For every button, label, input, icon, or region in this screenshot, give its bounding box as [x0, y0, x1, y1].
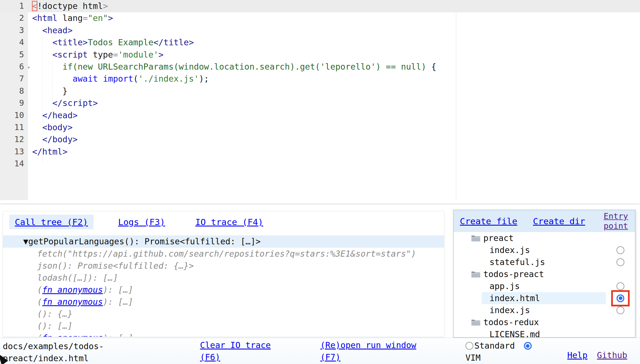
line-number: 10	[0, 109, 24, 121]
entry-point-cell	[606, 292, 635, 304]
tree-dir-row[interactable]: todos-redux	[454, 316, 635, 328]
code-line[interactable]: <!doctype html>	[32, 0, 640, 12]
tree-item-name: index.js	[490, 245, 530, 255]
line-number: 13	[0, 146, 24, 158]
status-bar: docs/examples/todos-preact/index.html Cl…	[0, 338, 640, 364]
file-panel-header: Create file Create dir Entry point	[454, 210, 635, 232]
click-annotation-box	[611, 290, 630, 306]
call-tree-node[interactable]: fetch("https://api.github.com/search/rep…	[3, 248, 444, 260]
call-tree-selected-node[interactable]: ▼getPopularLanguages(): Promise<fulfille…	[3, 235, 444, 248]
entry-point-radio[interactable]	[617, 282, 624, 290]
tab-call-tree[interactable]: Call tree (F2)	[9, 215, 93, 229]
line-number: 9	[0, 97, 24, 109]
tree-item-name: todos-redux	[483, 317, 539, 327]
reopen-run-window-link[interactable]: (Re)open run window (F7)	[320, 339, 428, 363]
tab-logs[interactable]: Logs (F3)	[112, 215, 171, 229]
entry-point-cell	[606, 256, 635, 268]
current-file-path: docs/examples/todos-preact/index.html	[3, 340, 110, 364]
call-tree-node[interactable]: lodash([…]): […]	[3, 272, 444, 284]
clear-io-trace-link[interactable]: Clear IO trace (F6)	[200, 339, 279, 363]
entry-point-cell	[606, 244, 635, 256]
help-link[interactable]: Help	[567, 349, 587, 361]
tree-file-row[interactable]: LICENSE.md	[454, 328, 635, 338]
entry-point-radio[interactable]	[617, 258, 624, 266]
code-editor[interactable]: 123456▾7891011121314 <!doctype html><htm…	[0, 0, 640, 204]
leporello-app: 123456▾7891011121314 <!doctype html><htm…	[0, 0, 640, 364]
entry-point-cell	[606, 232, 635, 244]
entry-point-cell	[606, 328, 635, 338]
line-number: 6▾	[0, 61, 24, 73]
github-link[interactable]: Github	[597, 349, 627, 361]
entry-point-radio[interactable]	[617, 306, 624, 314]
fn-anonymous-link[interactable]: fn anonymous	[42, 297, 103, 307]
entry-point-cell	[606, 304, 635, 316]
call-tree-node[interactable]: (): {…}	[3, 308, 444, 320]
code-line[interactable]: </html>	[32, 146, 640, 158]
vim-keymap-label: VIM	[465, 353, 481, 363]
code-line[interactable]: await import('./index.js');	[32, 73, 640, 85]
fn-anonymous-link[interactable]: fn anonymous	[42, 285, 103, 295]
entry-point-cell	[606, 268, 635, 280]
create-file-link[interactable]: Create file	[460, 216, 517, 226]
line-number: 12	[0, 133, 24, 145]
code-line[interactable]: }	[32, 85, 640, 97]
tree-item-name: todos-preact	[483, 269, 544, 279]
tab-io-trace[interactable]: IO trace (F4)	[190, 215, 269, 229]
collapse-arrow-icon[interactable]: ▼	[23, 237, 28, 246]
fn-anonymous-link[interactable]: fn anonymous	[42, 333, 103, 337]
code-line[interactable]: <html lang="en">	[32, 12, 640, 24]
entry-point-cell	[606, 316, 635, 328]
folder-icon	[471, 234, 481, 242]
entry-point-radio[interactable]	[617, 294, 624, 302]
line-number: 3	[0, 24, 24, 36]
call-tree-node[interactable]: (fn anonymous): […]	[3, 296, 444, 308]
tree-file-row[interactable]: index.js	[454, 304, 635, 316]
keymap-switch: Standard VIM	[465, 340, 538, 364]
standard-keymap-label: Standard	[474, 341, 515, 351]
tree-dir-row[interactable]: preact	[454, 232, 635, 244]
tree-item-name: app.js	[490, 281, 520, 291]
create-dir-link[interactable]: Create dir	[533, 216, 585, 226]
folder-icon	[471, 270, 481, 278]
tree-file-row[interactable]: stateful.js	[454, 256, 635, 268]
standard-keymap-radio[interactable]	[465, 342, 473, 350]
code-line[interactable]: <title>Todos Example</title>	[32, 36, 640, 48]
line-number: 5	[0, 49, 24, 61]
tree-file-row[interactable]: index.js	[454, 244, 635, 256]
entry-point-link[interactable]: Entry point	[604, 211, 632, 231]
fold-arrow-icon[interactable]: ▾	[27, 62, 30, 74]
call-tree-node[interactable]: (): […]	[3, 320, 444, 332]
code-line[interactable]: <script type='module'>	[32, 49, 640, 61]
entry-point-radio[interactable]	[617, 246, 624, 254]
line-number: 4	[0, 36, 24, 48]
code-line[interactable]: <body>	[32, 121, 640, 133]
code-lines[interactable]: <!doctype html><html lang="en"> <head> <…	[32, 0, 640, 170]
line-number: 1	[0, 0, 24, 12]
call-tree-node-label: getPopularLanguages(): Promise<fulfilled…	[28, 237, 261, 246]
line-numbers: 123456▾7891011121314	[0, 0, 24, 170]
tree-file-row[interactable]: app.js	[454, 280, 635, 292]
tree-file-row[interactable]: index.html	[454, 292, 635, 304]
line-number: 14	[0, 158, 24, 170]
line-number: 7	[0, 73, 24, 85]
call-tree-node[interactable]: (fn anonymous): […]	[3, 284, 444, 296]
code-line[interactable]: <head>	[32, 24, 640, 36]
code-line[interactable]: </body>	[32, 133, 640, 145]
tree-item-name: preact	[483, 233, 514, 243]
call-tree-node[interactable]: json(): Promise<fulfilled: {…}>	[3, 260, 444, 272]
call-tree-node[interactable]: (fn anonymous): […]	[3, 332, 444, 337]
call-tree-children: fetch("https://api.github.com/search/rep…	[3, 248, 444, 337]
code-line[interactable]: </script>	[32, 97, 640, 109]
line-number: 2	[0, 12, 24, 24]
tree-item-name: stateful.js	[490, 257, 545, 267]
editor-cursor: <	[32, 1, 37, 11]
tree-dir-row[interactable]: todos-preact	[454, 268, 635, 280]
tree-item-name: index.js	[490, 305, 530, 315]
call-tree-panel: Call tree (F2) Logs (F3) IO trace (F4) ▼…	[3, 211, 444, 337]
code-line[interactable]: if(new URLSearchParams(window.location.s…	[32, 61, 640, 73]
vim-keymap-radio[interactable]	[524, 342, 532, 350]
folder-icon	[471, 318, 481, 326]
code-line[interactable]: </head>	[32, 109, 640, 121]
tree-item-name: LICENSE.md	[490, 329, 540, 338]
code-line[interactable]	[32, 158, 640, 170]
